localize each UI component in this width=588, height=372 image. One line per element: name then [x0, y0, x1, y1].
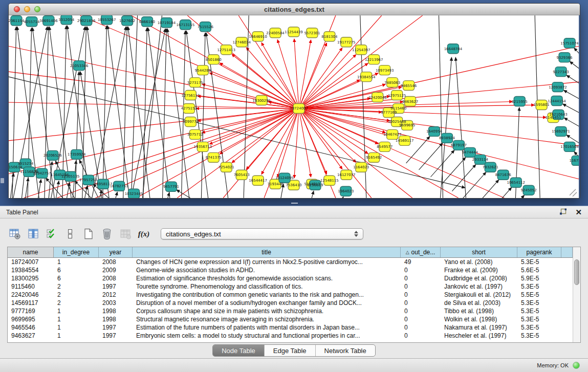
table-panel-title: Table Panel: [6, 209, 38, 216]
graph-node-label: 6879197: [451, 143, 467, 147]
table-cell: 1997: [99, 283, 133, 290]
graph-node-label: 16127077: [337, 173, 355, 177]
table-row[interactable]: 946362711997Embryonic stem cells: a mode…: [8, 332, 573, 340]
graph-node-label: 3915234: [17, 162, 34, 166]
table-cell: Tourette syndrome. Phenomenology and cla…: [133, 283, 401, 290]
graph-node-label: 22400584: [266, 31, 285, 35]
status-bar: Memory: OK: [0, 358, 588, 372]
graph-node-label: 1595801: [534, 103, 550, 107]
table-body: 1872400712008Changes of HCN gene express…: [8, 258, 580, 340]
graph-node-label: 20206526: [43, 154, 61, 158]
table-cell: Estimation of significance thresholds fo…: [133, 275, 401, 282]
table-cell: 0: [401, 324, 441, 331]
table-row[interactable]: 1830029562008Estimation of significance …: [8, 274, 573, 282]
column-header-label: short: [472, 249, 486, 256]
graph-node-label: 12746034: [232, 40, 251, 45]
graph-node-label: 16713155: [177, 23, 194, 27]
table-cell: Structural magnetic resonance image aver…: [133, 316, 401, 323]
table-cell: de Silva et al. (2003): [441, 299, 517, 307]
graph-node-label: 18300295: [252, 99, 270, 103]
graph-node-label: 12751413: [217, 48, 235, 52]
table-panel-titlebar: Table Panel ✕: [0, 206, 588, 218]
table-cell: Disruption of a novel member of a sodium…: [133, 299, 401, 307]
close-window-icon[interactable]: [14, 6, 20, 12]
column-header-out_de[interactable]: △out_de...: [401, 247, 441, 257]
graph-node-label: 12093872: [549, 85, 567, 90]
table-cell: 6: [54, 275, 99, 282]
table-cell: 22420046: [8, 291, 54, 298]
graph-node-label: 16648784: [444, 47, 463, 51]
table-row[interactable]: 2242004622012Investigating the contribut…: [8, 291, 573, 299]
float-window-icon[interactable]: [559, 208, 567, 216]
tab-node-table[interactable]: Node Table: [213, 345, 264, 356]
table-row[interactable]: 1456911722003Disruption of a novel membe…: [8, 299, 573, 307]
function-builder-icon[interactable]: f(x): [137, 227, 150, 240]
table-cell: 5.9E-5: [517, 275, 561, 282]
graph-node-label: 9329366: [557, 56, 573, 60]
table-row[interactable]: 1938455462009Genome-wide association stu…: [8, 266, 573, 274]
graph-node-label: 7193448: [268, 182, 284, 186]
table-cell: 9463627: [8, 332, 54, 339]
table-cell: 5.3E-5: [517, 283, 561, 290]
table-scrollbar-thumb[interactable]: [574, 259, 579, 285]
tab-edge-table[interactable]: Edge Table: [264, 345, 315, 356]
graph-node-label: 3312054: [58, 18, 75, 22]
graph-node-label: 8938924: [439, 136, 455, 140]
graph-node-label: 9457791: [163, 185, 179, 189]
table-cell: 5.6E-5: [517, 267, 561, 274]
graph-node-label: 1527602: [119, 19, 135, 23]
tab-network-table[interactable]: Network Table: [315, 345, 375, 356]
graph-node-label: 8549577: [377, 145, 393, 149]
table-mode-icon[interactable]: [8, 227, 21, 240]
table-type-tabs: Node TableEdge TableNetwork Table: [212, 344, 376, 357]
graph-node-label: 9463627: [402, 100, 418, 104]
column-header-short[interactable]: short: [441, 247, 517, 257]
zoom-window-icon[interactable]: [34, 6, 40, 12]
graph-node-label: 1964023: [338, 189, 354, 193]
graph-node-label: 3099774: [183, 120, 199, 124]
table-cell: 1: [54, 258, 99, 266]
table-cell: 2012: [99, 291, 133, 298]
table-cell: 2009: [99, 267, 133, 274]
table-selector-dropdown[interactable]: citations_edges.txt: [161, 228, 363, 239]
row-icon[interactable]: [63, 227, 77, 240]
select-columns-icon[interactable]: [45, 227, 58, 240]
table-scrollbar[interactable]: [573, 247, 580, 342]
minimize-window-icon[interactable]: [24, 6, 30, 12]
table-cell: 1998: [99, 316, 133, 323]
memory-status-label: Memory: OK: [537, 362, 569, 368]
table-cell: 2008: [99, 275, 133, 282]
import-table-icon[interactable]: [119, 227, 132, 240]
table-cell: 0: [401, 332, 441, 339]
table-row[interactable]: 1872400712008Changes of HCN gene express…: [8, 258, 573, 266]
graph-node-label: 9227343: [553, 70, 569, 74]
column-header-pagerank[interactable]: pagerank: [517, 247, 561, 257]
network-canvas[interactable]: 1872400791154601297512574850631097349312…: [9, 15, 579, 198]
table-row[interactable]: 911546021997Tourette syndrome. Phenomeno…: [8, 282, 573, 291]
table-row[interactable]: 946554611997Estimation of the future num…: [8, 323, 573, 332]
table-cell: 0: [401, 283, 441, 290]
graph-node-label: 12444154: [548, 99, 566, 103]
delete-column-icon[interactable]: [100, 227, 114, 240]
table-cell: 2: [54, 299, 99, 307]
create-column-icon[interactable]: [82, 227, 95, 240]
table-cell: 0: [401, 275, 441, 282]
graph-node-label: 8196619: [307, 183, 323, 187]
table-cell: 18724007: [8, 258, 54, 266]
table-selector-value: citations_edges.txt: [166, 230, 221, 238]
close-panel-icon[interactable]: ✕: [575, 208, 582, 216]
column-header-name[interactable]: name: [8, 247, 54, 257]
table-cell: 5.3E-5: [517, 324, 561, 331]
table-cell: 1: [54, 332, 99, 339]
window-titlebar[interactable]: citations_edges.txt: [9, 4, 580, 15]
graph-node-label: 3273175: [187, 81, 203, 85]
table-cell: 2003: [99, 299, 133, 307]
table-row[interactable]: 977716911998Corpus callosum shape and si…: [8, 307, 573, 315]
show-hide-columns-icon[interactable]: [27, 227, 40, 240]
table-row[interactable]: 969969511998Structural magnetic resonanc…: [8, 315, 573, 323]
column-header-title[interactable]: title: [133, 247, 401, 257]
column-header-year[interactable]: year: [99, 247, 133, 257]
graph-node-label: 22420046: [368, 96, 386, 100]
graph-node-label: 10323445: [125, 192, 143, 196]
column-header-in_degree[interactable]: in_degree: [54, 247, 99, 257]
